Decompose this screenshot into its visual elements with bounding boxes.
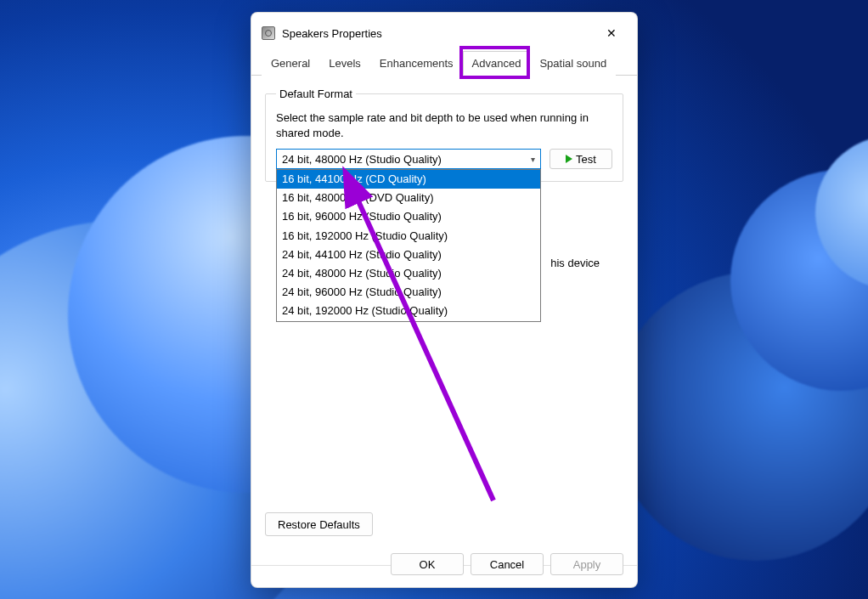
format-combobox[interactable]: 24 bit, 48000 Hz (Studio Quality) ▾ 16 b… bbox=[276, 149, 541, 169]
window-title: Speakers Properties bbox=[282, 27, 382, 40]
close-button[interactable]: ✕ bbox=[596, 21, 627, 45]
exclusive-mode-text-fragment: his device bbox=[550, 257, 600, 269]
format-option[interactable]: 16 bit, 192000 Hz (Studio Quality) bbox=[277, 227, 540, 246]
tab-enhancements[interactable]: Enhancements bbox=[370, 51, 463, 76]
close-icon: ✕ bbox=[606, 26, 617, 40]
default-format-legend: Default Format bbox=[276, 88, 356, 100]
titlebar: Speakers Properties ✕ bbox=[251, 13, 637, 50]
format-option[interactable]: 16 bit, 48000 Hz (DVD Quality) bbox=[277, 189, 540, 207]
ok-button[interactable]: OK bbox=[391, 553, 464, 575]
format-option[interactable]: 24 bit, 192000 Hz (Studio Quality) bbox=[277, 302, 540, 320]
tab-general[interactable]: General bbox=[262, 51, 319, 76]
format-option[interactable]: 16 bit, 44100 Hz (CD Quality) bbox=[277, 170, 540, 189]
play-icon bbox=[566, 155, 572, 163]
chevron-down-icon: ▾ bbox=[531, 155, 535, 164]
restore-defaults-button[interactable]: Restore Defaults bbox=[265, 512, 373, 536]
default-format-group: Default Format Select the sample rate an… bbox=[265, 88, 623, 182]
cancel-button[interactable]: Cancel bbox=[471, 553, 544, 575]
test-button-label: Test bbox=[576, 153, 596, 166]
tab-content: Default Format Select the sample rate an… bbox=[251, 76, 637, 587]
tab-advanced[interactable]: Advanced bbox=[463, 51, 531, 76]
dialog-footer: OK Cancel Apply bbox=[391, 553, 623, 575]
format-option[interactable]: 16 bit, 96000 Hz (Studio Quality) bbox=[277, 207, 540, 226]
tab-spatial-sound[interactable]: Spatial sound bbox=[530, 51, 616, 76]
format-dropdown[interactable]: 16 bit, 44100 Hz (CD Quality)16 bit, 480… bbox=[276, 169, 541, 322]
test-button[interactable]: Test bbox=[550, 149, 612, 169]
speakers-properties-dialog: Speakers Properties ✕ General Levels Enh… bbox=[251, 12, 638, 588]
speaker-icon bbox=[262, 26, 275, 40]
tab-strip: General Levels Enhancements Advanced Spa… bbox=[251, 50, 637, 76]
format-selected-value: 24 bit, 48000 Hz (Studio Quality) bbox=[282, 153, 442, 166]
format-option[interactable]: 24 bit, 96000 Hz (Studio Quality) bbox=[277, 283, 540, 302]
default-format-description: Select the sample rate and bit depth to … bbox=[276, 110, 612, 140]
format-option[interactable]: 24 bit, 48000 Hz (Studio Quality) bbox=[277, 264, 540, 283]
apply-button[interactable]: Apply bbox=[550, 553, 623, 575]
format-option[interactable]: 24 bit, 44100 Hz (Studio Quality) bbox=[277, 246, 540, 264]
tab-levels[interactable]: Levels bbox=[319, 51, 370, 76]
